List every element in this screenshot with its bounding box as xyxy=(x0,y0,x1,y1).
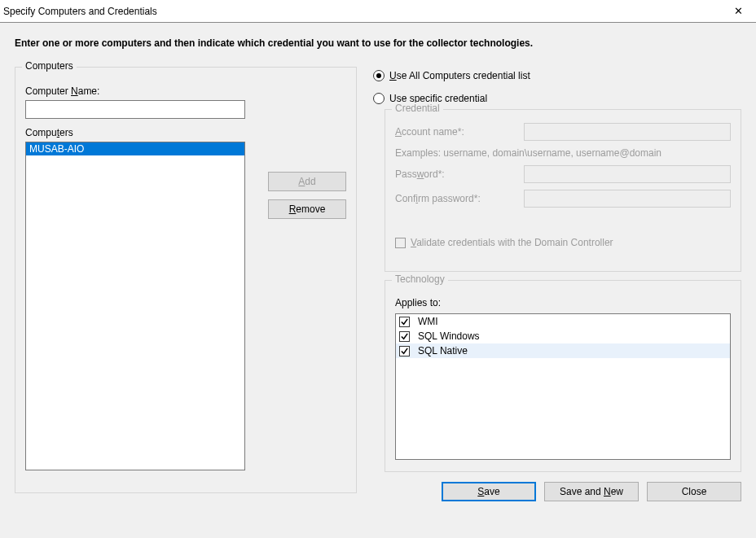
dialog-body: Enter one or more computers and then ind… xyxy=(0,23,756,513)
credential-legend: Credential xyxy=(392,103,443,114)
radio-icon xyxy=(373,70,385,81)
save-button[interactable]: Save xyxy=(442,482,536,501)
technology-legend: Technology xyxy=(392,273,448,285)
validate-checkbox xyxy=(395,238,406,248)
computers-listbox[interactable]: MUSAB-AIO xyxy=(25,142,245,470)
radio-icon xyxy=(373,93,385,104)
footer-buttons: Save Save and New Close xyxy=(373,482,741,501)
checkbox-icon[interactable] xyxy=(399,346,410,356)
account-name-label: Account name*: xyxy=(395,126,509,138)
technology-label: SQL Native xyxy=(418,345,468,356)
instruction-text: Enter one or more computers and then ind… xyxy=(15,37,741,49)
applies-to-label: Applies to: xyxy=(395,297,731,308)
technology-row-sql-windows[interactable]: SQL Windows xyxy=(396,329,730,343)
password-label: Password*: xyxy=(395,168,509,180)
radio-use-all-label: Use All Computers credential list xyxy=(389,70,530,81)
technology-label: SQL Windows xyxy=(418,330,480,342)
computers-group: Computers Computer Name: Computers MUSAB… xyxy=(15,67,357,493)
remove-button[interactable]: Remove xyxy=(268,199,346,219)
credential-group: Credential Account name*: Examples: user… xyxy=(385,109,741,272)
technology-listbox[interactable]: WMI SQL Windows SQL Native xyxy=(395,313,731,460)
close-icon[interactable]: ✕ xyxy=(722,1,754,22)
checkbox-icon[interactable] xyxy=(399,331,410,342)
computers-legend: Computers xyxy=(22,60,77,72)
title-bar: Specify Computers and Credentials ✕ xyxy=(0,0,756,23)
window-title: Specify Computers and Credentials xyxy=(3,6,157,17)
computer-name-input[interactable] xyxy=(25,100,245,119)
radio-use-all[interactable]: Use All Computers credential list xyxy=(373,70,741,81)
close-button[interactable]: Close xyxy=(647,482,741,501)
computer-name-label: Computer Name: xyxy=(25,85,346,97)
account-name-input xyxy=(524,123,731,141)
add-button: Add xyxy=(268,172,346,191)
technology-row-sql-native[interactable]: SQL Native xyxy=(396,343,730,358)
confirm-password-label: Confirm password*: xyxy=(395,193,509,204)
validate-label: Validate credentials with the Domain Con… xyxy=(411,237,613,248)
confirm-password-input xyxy=(524,190,731,208)
list-item[interactable]: MUSAB-AIO xyxy=(26,142,244,155)
password-input xyxy=(524,165,731,183)
technology-row-wmi[interactable]: WMI xyxy=(396,314,730,329)
save-and-new-button[interactable]: Save and New xyxy=(544,482,639,501)
checkbox-icon[interactable] xyxy=(399,317,410,327)
technology-group: Technology Applies to: WMI SQL Windows xyxy=(385,280,741,472)
examples-text: Examples: username, domain\username, use… xyxy=(395,147,731,159)
computers-list-label: Computers xyxy=(25,127,346,138)
technology-label: WMI xyxy=(418,316,438,327)
